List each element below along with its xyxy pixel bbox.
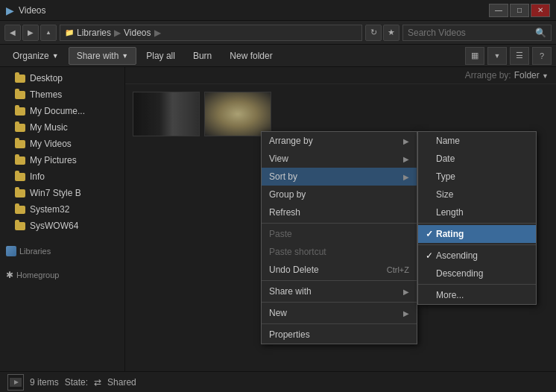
context-item-refresh[interactable]: Refresh [262,203,417,221]
context-item-share-with[interactable]: Share with ▶ [262,282,417,300]
sidebar-section-libraries[interactable]: Libraries [0,241,124,258]
status-bar: 9 items State: ⇄ Shared [0,371,556,392]
context-menu: Arrange by ▶ View ▶ Sort by ▶ Group by R… [261,131,417,344]
context-item-label: Undo Delete [269,265,319,275]
context-item-label: Group by [269,189,306,200]
sidebar-item-themes[interactable]: Themes [0,86,124,103]
context-separator [418,223,536,224]
share-state-icon: ⇄ [94,377,101,388]
sidebar-item-win7style[interactable]: Win7 Style B [0,185,124,201]
play-all-button[interactable]: Play all [138,47,183,65]
sortby-ascending[interactable]: ✓ Ascending [418,247,536,265]
context-item-paste-shortcut: Paste shortcut [262,243,417,261]
sortby-length[interactable]: ✓ Length [418,203,536,221]
share-with-arrow: ▼ [121,52,128,60]
video-thumb-icon [8,375,23,390]
sortby-label: Descending [436,268,483,279]
context-separator [418,284,536,285]
back-button[interactable]: ◀ [4,25,21,41]
breadcrumb-libraries[interactable]: Libraries [77,28,111,38]
sidebar-section-homegroup[interactable]: ✱ Homegroup [0,265,124,282]
sortby-type-left: ✓ Type [426,171,455,182]
sidebar-item-syswow64[interactable]: SysWOW64 [0,218,124,234]
sidebar-item-system32[interactable]: System32 [0,201,124,218]
context-item-label: Refresh [269,207,300,218]
folder-icon [15,189,25,197]
libraries-label: Libraries [19,247,51,256]
sortby-label: Type [436,171,455,182]
sidebar: Desktop Themes My Docume... My Music My … [0,67,125,371]
state-label: State: [65,377,88,388]
context-separator [262,223,417,224]
sortby-name[interactable]: ✓ Name [418,132,536,150]
share-with-button[interactable]: Share with ▼ [69,47,137,65]
status-thumbnail [7,374,24,391]
play-all-label: Play all [146,51,175,61]
sidebar-item-myvideos[interactable]: My Videos [0,136,124,152]
view-details[interactable]: ☰ [510,47,529,65]
close-button[interactable]: ✕ [531,4,550,17]
context-separator [418,244,536,245]
context-item-properties[interactable]: Properties [262,326,417,344]
homegroup-label: Homegroup [16,271,59,279]
breadcrumb[interactable]: 📁 Libraries ▶ Videos ▶ [60,25,362,41]
new-folder-button[interactable]: New folder [221,47,280,65]
items-count: 9 items [30,377,59,388]
context-item-sort-by[interactable]: Sort by ▶ [262,168,417,186]
view-dropdown[interactable]: ▼ [487,47,507,65]
submenu-arrow-icon: ▶ [403,309,409,317]
sortby-type[interactable]: ✓ Type [418,168,536,186]
context-item-view[interactable]: View ▶ [262,150,417,168]
context-item-arrange-by[interactable]: Arrange by ▶ [262,132,417,150]
search-input[interactable] [408,28,532,38]
refresh-address-button[interactable]: ↻ [365,25,382,41]
burn-button[interactable]: Burn [185,47,220,65]
sortby-rating[interactable]: ✓ Rating [418,225,536,243]
sortby-more-left: ✓ More... [426,290,464,300]
up-button[interactable]: ▲ [40,25,57,41]
context-item-new[interactable]: New ▶ [262,304,417,322]
sortby-name-left: ✓ Name [426,136,460,146]
sidebar-item-mydocuments[interactable]: My Docume... [0,103,124,119]
sortby-descending[interactable]: ✓ Descending [418,265,536,282]
context-separator [262,280,417,281]
search-box[interactable]: 🔍 [402,25,552,41]
folder-icon [15,140,25,148]
burn-label: Burn [193,51,212,61]
sortby-label: Length [436,207,464,218]
breadcrumb-videos[interactable]: Videos [124,28,151,38]
submenu-arrow-icon: ▶ [403,137,409,145]
sortby-date[interactable]: ✓ Date [418,150,536,168]
context-item-undo-delete[interactable]: Undo Delete Ctrl+Z [262,261,417,279]
sidebar-item-mypictures[interactable]: My Pictures [0,152,124,168]
sidebar-item-label: Info [30,171,45,182]
sidebar-item-label: SysWOW64 [30,221,78,231]
context-item-label: Sort by [269,171,297,182]
context-item-paste: Paste [262,225,417,243]
sortby-length-left: ✓ Length [426,207,464,218]
sortby-more[interactable]: ✓ More... [418,286,536,304]
view-large-icon[interactable]: ▦ [465,47,484,65]
organize-button[interactable]: Organize ▼ [4,47,67,65]
folder-icon [15,206,25,214]
sidebar-item-info[interactable]: Info [0,168,124,185]
sortby-label: Ascending [436,250,478,261]
minimize-button[interactable]: — [489,4,508,17]
folder-icon [15,157,25,165]
address-bar: ◀ ▶ ▲ 📁 Libraries ▶ Videos ▶ ↻ ★ 🔍 [0,21,556,45]
sortby-label: Date [436,154,455,164]
sortby-label: Size [436,189,453,200]
help-button[interactable]: ? [532,47,552,65]
sidebar-item-mymusic[interactable]: My Music [0,119,124,136]
forward-button[interactable]: ▶ [22,25,39,41]
context-item-group-by[interactable]: Group by [262,186,417,203]
sortby-size[interactable]: ✓ Size [418,186,536,203]
nav-buttons: ◀ ▶ ▲ [4,25,57,41]
favorites-button[interactable]: ★ [383,25,399,41]
sidebar-item-desktop[interactable]: Desktop [0,70,124,86]
sortby-date-left: ✓ Date [426,154,455,164]
homegroup-icon: ✱ [6,270,13,280]
organize-arrow: ▼ [52,52,59,60]
check-mark-rating: ✓ [426,229,433,239]
maximize-button[interactable]: □ [510,4,529,17]
